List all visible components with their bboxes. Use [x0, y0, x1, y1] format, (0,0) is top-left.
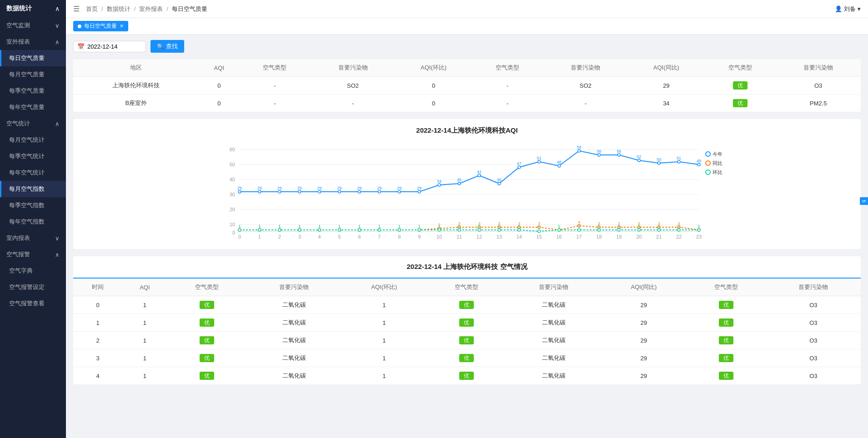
search-icon: 🔍 — [157, 43, 164, 50]
svg-text:10: 10 — [230, 222, 235, 227]
summary-table: 地区 AQI 空气类型 首要污染物 AQI(环比) 空气类型 首要污染物 AQI… — [73, 59, 861, 112]
cell-aqi: 1 — [122, 332, 167, 349]
topbar-left: ☰ 首页 / 数据统计 / 室外报表 / 每日空气质量 — [73, 5, 207, 13]
cell-aqi: 0 — [199, 95, 240, 112]
svg-text:49: 49 — [697, 159, 701, 163]
sidebar-item-alarm-view[interactable]: 空气报警查看 — [0, 295, 66, 312]
svg-text:13: 13 — [497, 234, 502, 239]
user-info[interactable]: 👤 刘备 ▾ — [835, 5, 861, 13]
sidebar-item-air-monitoring[interactable]: 空气监测 ∨ — [0, 17, 66, 34]
svg-text:29: 29 — [237, 186, 242, 190]
search-label: 查找 — [166, 42, 178, 50]
cell-time: 2 — [73, 332, 122, 349]
sidebar-item-monthly-stats[interactable]: 每月空气统计 — [0, 132, 66, 148]
svg-point-76 — [617, 154, 620, 156]
search-button[interactable]: 🔍 查找 — [151, 40, 184, 53]
svg-text:3: 3 — [298, 234, 301, 239]
sidebar-item-indoor-report[interactable]: 室内报表 ∨ — [0, 230, 66, 246]
date-input[interactable] — [87, 43, 142, 50]
svg-text:1: 1 — [398, 224, 401, 229]
svg-text:1: 1 — [378, 224, 381, 229]
tab-close-icon[interactable]: ✕ — [120, 23, 124, 29]
sidebar-section-data-stats[interactable]: 数据统计 ∧ — [0, 0, 66, 17]
breadcrumb-sep-2: / — [134, 5, 136, 12]
bottom-col-time: 时间 — [73, 279, 122, 296]
table-row: 3 1 优 二氧化碳 1 优 二氧化碳 29 优 O3 — [73, 349, 861, 367]
cell-pollutant2: 二氧化碳 — [507, 367, 601, 385]
svg-point-142 — [318, 229, 321, 231]
sidebar-item-seasonal-air[interactable]: 每季空气质量 — [0, 83, 66, 99]
cell-aqi-tb: 29 — [601, 367, 687, 385]
svg-point-62 — [478, 174, 481, 177]
svg-text:47: 47 — [517, 161, 522, 166]
cell-air-type2-badge: 优 — [427, 314, 507, 332]
sidebar-item-yearly-index[interactable]: 每年空气指数 — [0, 214, 66, 230]
topbar-right: 👤 刘备 ▾ — [835, 5, 861, 13]
svg-point-84 — [697, 163, 700, 166]
sidebar-item-air-dict[interactable]: 空气字典 — [0, 263, 66, 279]
cell-air-type3-badge: 优 — [705, 77, 776, 95]
breadcrumb-data-stats[interactable]: 数据统计 — [107, 5, 130, 13]
svg-text:15: 15 — [537, 234, 542, 239]
svg-point-74 — [597, 154, 600, 156]
svg-point-168 — [578, 229, 581, 231]
sidebar-item-monthly-index[interactable]: 每月空气指数 — [0, 181, 66, 197]
sidebar-item-air-alarm[interactable]: 空气报警 ∧ — [0, 246, 66, 263]
svg-point-138 — [278, 229, 281, 231]
svg-point-134 — [238, 229, 241, 231]
sidebar-item-yearly-stats[interactable]: 每年空气统计 — [0, 164, 66, 181]
svg-text:50: 50 — [657, 157, 661, 162]
svg-text:35: 35 — [457, 178, 462, 182]
summary-table-container: 地区 AQI 空气类型 首要污染物 AQI(环比) 空气类型 首要污染物 AQI… — [73, 59, 861, 112]
svg-text:29: 29 — [317, 186, 322, 190]
sidebar-item-air-stats[interactable]: 空气统计 ∧ — [0, 115, 66, 132]
sidebar-item-monthly-air[interactable]: 每月空气质量 — [0, 66, 66, 83]
svg-text:1: 1 — [298, 224, 301, 229]
sidebar-item-outdoor-report[interactable]: 室外报表 ∧ — [0, 34, 66, 50]
cell-aqi-tb: 34 — [628, 95, 704, 112]
breadcrumb-home[interactable]: 首页 — [86, 5, 98, 13]
cell-aqi-hb: 0 — [395, 77, 472, 95]
sidebar-item-seasonal-stats[interactable]: 每季空气统计 — [0, 148, 66, 164]
bottom-col-air-type: 空气类型 — [167, 279, 247, 296]
cell-pollutant: - — [311, 95, 396, 112]
svg-text:1: 1 — [358, 224, 361, 229]
col-pollutant: 首要污染物 — [311, 59, 396, 77]
cell-air-type3-badge: 优 — [687, 349, 766, 367]
cell-air-type2-badge: 优 — [427, 332, 507, 349]
date-picker-wrapper[interactable]: 📅 — [73, 41, 146, 52]
bottom-col-pollutant: 首要污染物 — [247, 279, 341, 296]
cell-pollutant: 二氧化碳 — [247, 332, 341, 349]
sidebar-item-yearly-air[interactable]: 每年空气质量 — [0, 99, 66, 115]
svg-text:60: 60 — [230, 147, 235, 152]
bottom-table: 时间 AQI 空气类型 首要污染物 AQI(环比) 空气类型 首要污染物 AQI… — [73, 279, 861, 384]
menu-icon[interactable]: ☰ — [73, 5, 80, 13]
cell-pollutant2: - — [543, 95, 628, 112]
right-panel-indicator[interactable]: fi — [860, 197, 868, 205]
table-row: 上海轶伦环境科技 0 - SO2 0 - SO2 29 优 O3 — [73, 77, 861, 95]
cell-aqi: 1 — [122, 349, 167, 367]
svg-text:4: 4 — [318, 234, 321, 239]
cell-air-type-badge: 优 — [167, 296, 247, 314]
table-row: 4 1 优 二氧化碳 1 优 二氧化碳 29 优 O3 — [73, 367, 861, 385]
svg-text:21: 21 — [656, 234, 662, 239]
col-pollutant3: 首要污染物 — [776, 59, 861, 77]
cell-pollutant2: SO2 — [543, 77, 628, 95]
sidebar-item-seasonal-index[interactable]: 每季空气指数 — [0, 197, 66, 214]
svg-point-64 — [498, 182, 501, 185]
svg-point-52 — [378, 190, 381, 193]
svg-text:29: 29 — [277, 186, 282, 190]
cell-air-type2-badge: 优 — [427, 367, 507, 385]
chevron-down-icon: ∨ — [55, 235, 60, 242]
cell-air-type3-badge: 优 — [705, 95, 776, 112]
cell-pollutant3: O3 — [766, 332, 861, 349]
breadcrumb-outdoor[interactable]: 室外报表 — [139, 5, 163, 13]
svg-text:同比: 同比 — [712, 160, 722, 166]
svg-text:12: 12 — [477, 234, 482, 239]
sidebar-item-daily-air[interactable]: 每日空气质量 — [0, 50, 66, 66]
tab-daily-air[interactable]: 每日空气质量 ✕ — [73, 21, 128, 31]
cell-aqi-hb: 1 — [341, 349, 427, 367]
svg-point-160 — [498, 229, 501, 231]
bottom-col-pollutant2: 首要污染物 — [507, 279, 601, 296]
sidebar-item-alarm-settings[interactable]: 空气报警设定 — [0, 279, 66, 295]
